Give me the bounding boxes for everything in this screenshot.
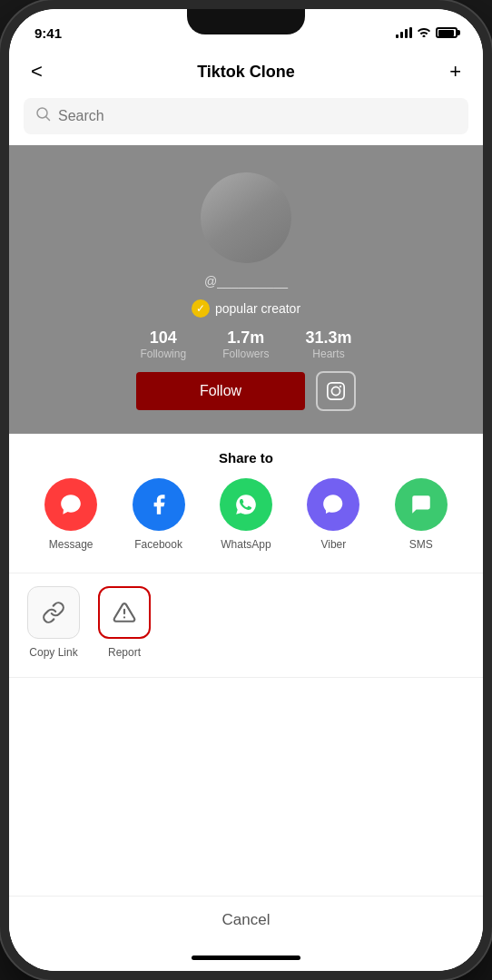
signal-icon bbox=[396, 27, 412, 38]
report-label: Report bbox=[108, 646, 141, 659]
sms-icon bbox=[395, 478, 448, 531]
whatsapp-icon bbox=[220, 478, 272, 531]
search-icon bbox=[36, 107, 51, 125]
share-whatsapp[interactable]: WhatsApp bbox=[220, 478, 272, 551]
home-bar bbox=[192, 956, 300, 960]
action-row: Follow bbox=[136, 371, 356, 411]
sms-label: SMS bbox=[409, 538, 433, 551]
divider-2 bbox=[9, 677, 483, 678]
status-icons bbox=[396, 26, 458, 40]
username: @__________ bbox=[204, 274, 288, 289]
stats-row: 104 Following 1.7m Followers 31.3m Heart… bbox=[140, 328, 351, 360]
avatar bbox=[201, 172, 291, 263]
svg-point-2 bbox=[332, 387, 340, 395]
add-button[interactable]: + bbox=[446, 56, 465, 87]
profile-section: @__________ ✓ popular creator 104 Follow… bbox=[9, 145, 483, 434]
followers-value: 1.7m bbox=[222, 328, 269, 348]
svg-point-3 bbox=[339, 386, 341, 387]
viber-icon bbox=[307, 478, 359, 531]
home-indicator bbox=[9, 944, 483, 971]
copy-link-option[interactable]: Copy Link bbox=[27, 586, 80, 659]
hearts-label: Hearts bbox=[306, 348, 352, 360]
share-title: Share to bbox=[9, 434, 483, 478]
cancel-button[interactable]: Cancel bbox=[9, 896, 483, 944]
battery-icon bbox=[436, 27, 458, 38]
stat-hearts: 31.3m Hearts bbox=[306, 328, 352, 360]
stat-followers: 1.7m Followers bbox=[222, 328, 269, 360]
share-sms[interactable]: SMS bbox=[395, 478, 448, 551]
follow-button[interactable]: Follow bbox=[136, 372, 305, 410]
stat-following: 104 Following bbox=[140, 328, 186, 360]
share-message[interactable]: Message bbox=[44, 478, 97, 551]
notch bbox=[187, 9, 305, 34]
search-bar bbox=[24, 98, 468, 134]
hearts-value: 31.3m bbox=[306, 328, 352, 348]
share-section: Share to Message bbox=[9, 434, 483, 971]
bottom-options: Copy Link Report bbox=[9, 577, 483, 673]
report-option[interactable]: Report bbox=[98, 586, 151, 659]
share-icons-row: Message Facebook bbox=[9, 478, 483, 569]
phone-frame: 9:41 bbox=[0, 0, 492, 980]
following-value: 104 bbox=[140, 328, 186, 348]
svg-rect-1 bbox=[328, 383, 344, 399]
share-viber[interactable]: Viber bbox=[307, 478, 359, 551]
copy-link-label: Copy Link bbox=[29, 646, 77, 659]
following-label: Following bbox=[140, 348, 186, 360]
phone-screen: 9:41 bbox=[9, 9, 483, 971]
badge-row: ✓ popular creator bbox=[192, 299, 300, 318]
whatsapp-label: WhatsApp bbox=[221, 538, 271, 551]
verified-icon: ✓ bbox=[192, 299, 210, 318]
viber-label: Viber bbox=[320, 538, 346, 551]
nav-header: < Tiktok Clone + bbox=[9, 49, 483, 98]
message-label: Message bbox=[49, 538, 93, 551]
wifi-icon bbox=[417, 26, 431, 40]
creator-badge: popular creator bbox=[215, 301, 300, 316]
message-icon bbox=[44, 478, 97, 531]
status-time: 9:41 bbox=[34, 25, 62, 41]
share-facebook[interactable]: Facebook bbox=[133, 478, 185, 551]
facebook-label: Facebook bbox=[134, 538, 182, 551]
search-container bbox=[9, 98, 483, 145]
instagram-button[interactable] bbox=[316, 371, 356, 411]
search-input[interactable] bbox=[58, 108, 456, 124]
followers-label: Followers bbox=[222, 348, 269, 360]
page-title: Tiktok Clone bbox=[197, 63, 295, 82]
report-icon bbox=[98, 586, 151, 639]
copy-link-icon bbox=[27, 586, 80, 639]
back-button[interactable]: < bbox=[27, 56, 46, 87]
facebook-icon bbox=[133, 478, 185, 531]
divider bbox=[9, 573, 483, 573]
